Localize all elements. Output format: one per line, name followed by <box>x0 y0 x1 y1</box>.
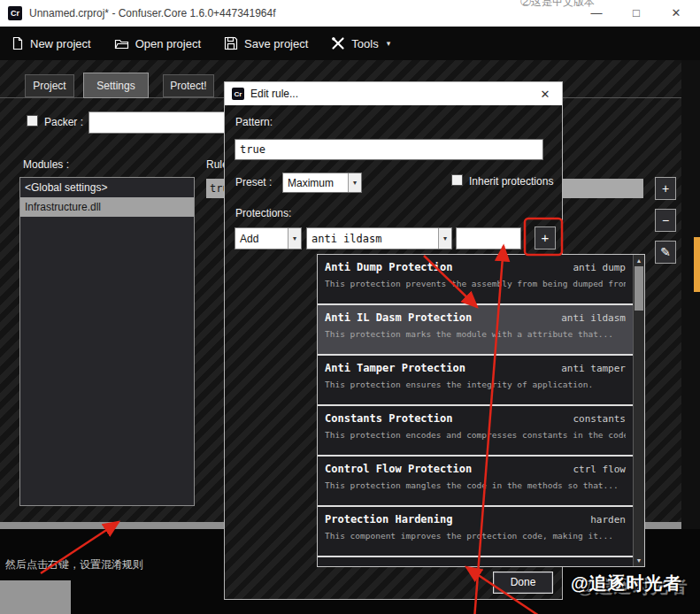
preset-label: Preset : <box>235 176 272 188</box>
protection-id: anti dump <box>573 262 626 273</box>
protection-title: Anti Tamper Protection <box>325 362 465 374</box>
chevron-down-icon: ▾ <box>438 228 451 249</box>
protection-id: harden <box>590 514 626 526</box>
protection-description: This component improves the protection c… <box>325 531 626 541</box>
edit-rule-button[interactable]: ✎ <box>655 241 676 264</box>
tools-label: Tools <box>351 37 378 50</box>
save-floppy-icon <box>224 36 238 50</box>
dialog-title-bar: Cr Edit rule... ✕ <box>225 82 562 105</box>
open-folder-icon <box>114 36 129 50</box>
open-project-button[interactable]: Open project <box>114 36 201 50</box>
tab-settings[interactable]: Settings <box>83 73 149 98</box>
protection-description: This protection encodes and compresses c… <box>325 430 626 440</box>
background-block <box>0 580 71 614</box>
pattern-label: Pattern: <box>235 116 273 128</box>
new-project-button[interactable]: New project <box>11 36 91 50</box>
scroll-down-icon[interactable]: ▼ <box>634 557 644 564</box>
protection-id: constants <box>573 413 626 425</box>
background-accent <box>694 237 700 292</box>
save-project-label: Save project <box>244 37 308 50</box>
popup-scrollbar[interactable]: ▲ ▼ <box>633 255 644 566</box>
pattern-input[interactable] <box>235 139 543 160</box>
packer-checkbox[interactable] <box>27 115 38 127</box>
preset-value: Maximum <box>283 173 348 192</box>
protections-label: Protections: <box>235 207 291 219</box>
tutorial-note-text: 然后点击右键，设置混淆规则 <box>5 557 143 572</box>
modules-list: <Global settings> Infrastructure.dll <box>19 177 195 506</box>
open-project-label: Open project <box>135 37 201 50</box>
protection-description: This protection prevents the assembly fr… <box>325 279 626 288</box>
protection-option-anti-tamper[interactable]: Anti Tamper Protection anti tamper This … <box>318 356 633 406</box>
inherit-protections-checkbox[interactable] <box>451 174 463 186</box>
preset-dropdown[interactable]: Maximum ▾ <box>282 173 362 193</box>
module-item-infrastructure[interactable]: Infrastructure.dll <box>20 197 194 217</box>
protection-dropdown[interactable]: anti ildasm ▾ <box>306 227 452 249</box>
protection-title: Constants Protection <box>325 412 453 425</box>
chevron-down-icon: ▾ <box>387 39 391 48</box>
packer-label: Packer : <box>44 116 83 128</box>
protection-title: Protection Hardening <box>325 513 453 526</box>
modules-label: Modules : <box>23 158 69 171</box>
done-button[interactable]: Done <box>493 572 553 594</box>
toolbar: New project Open project Save project To… <box>0 27 700 60</box>
protection-dropdown-value: anti ildasm <box>307 228 438 249</box>
minimize-button[interactable]: — <box>582 3 611 24</box>
tools-icon <box>331 36 345 50</box>
remove-rule-button[interactable]: − <box>655 209 676 232</box>
dialog-close-icon[interactable]: ✕ <box>535 88 555 101</box>
tools-menu-button[interactable]: Tools ▾ <box>331 36 390 50</box>
scroll-up-icon[interactable]: ▲ <box>634 257 644 264</box>
watermark: @追逐时光者 <box>571 572 682 595</box>
tab-project[interactable]: Project <box>25 74 74 97</box>
protection-argument-input[interactable] <box>456 227 521 249</box>
protection-option-anti-ildasm[interactable]: Anti IL Dasm Protection anti ildasm This… <box>318 305 633 356</box>
screenshot-root: 然后点击右键，设置混淆规则 Cr Unnamed.crproj* - Confu… <box>0 0 700 614</box>
protection-description: This protection ensures the integrity of… <box>325 380 626 389</box>
protection-description: This protection marks the module with a … <box>325 329 626 339</box>
action-value: Add <box>235 228 288 249</box>
dialog-app-icon: Cr <box>232 88 244 100</box>
chevron-down-icon: ▾ <box>288 228 301 249</box>
protection-option-ctrl-flow[interactable]: Control Flow Protection ctrl flow This p… <box>318 457 633 507</box>
window-title: Unnamed.crproj* - Confuser.Core 1.6.0+44… <box>29 7 276 19</box>
add-rule-button[interactable]: + <box>655 177 676 200</box>
app-icon: Cr <box>8 6 22 20</box>
protection-id: anti tamper <box>561 363 626 374</box>
scrollbar-thumb[interactable] <box>635 266 643 311</box>
title-bar: Cr Unnamed.crproj* - Confuser.Core 1.6.0… <box>0 0 700 27</box>
protection-options: Anti Dump Protection anti dump This prot… <box>318 255 633 566</box>
dialog-title: Edit rule... <box>250 88 529 100</box>
module-item-global[interactable]: <Global settings> <box>20 178 194 197</box>
save-project-button[interactable]: Save project <box>224 36 308 50</box>
add-protection-button[interactable]: + <box>535 226 556 249</box>
protection-option-constants[interactable]: Constants Protection constants This prot… <box>318 406 633 457</box>
protection-title: Control Flow Protection <box>325 463 472 475</box>
protection-id: ctrl flow <box>573 464 626 475</box>
maximize-button[interactable]: □ <box>622 3 650 24</box>
protection-option-harden[interactable]: Protection Hardening harden This compone… <box>318 507 633 557</box>
protection-title: Anti IL Dasm Protection <box>325 311 472 324</box>
protection-title: Anti Dump Protection <box>325 261 453 273</box>
close-button[interactable]: ✕ <box>662 3 690 24</box>
protection-description: This protection mangles the code in the … <box>325 480 626 490</box>
action-dropdown[interactable]: Add ▾ <box>235 227 302 249</box>
tab-protect[interactable]: Protect! <box>163 74 214 97</box>
new-document-icon <box>11 36 24 50</box>
inherit-protections-label: Inherit protections <box>469 175 553 188</box>
protections-popup-list: Anti Dump Protection anti dump This prot… <box>317 254 645 567</box>
background-strip <box>681 60 700 529</box>
protection-id: anti ildasm <box>561 312 626 324</box>
protection-option-anti-dump[interactable]: Anti Dump Protection anti dump This prot… <box>318 255 633 305</box>
new-project-label: New project <box>30 37 91 50</box>
chevron-down-icon: ▾ <box>348 173 361 192</box>
